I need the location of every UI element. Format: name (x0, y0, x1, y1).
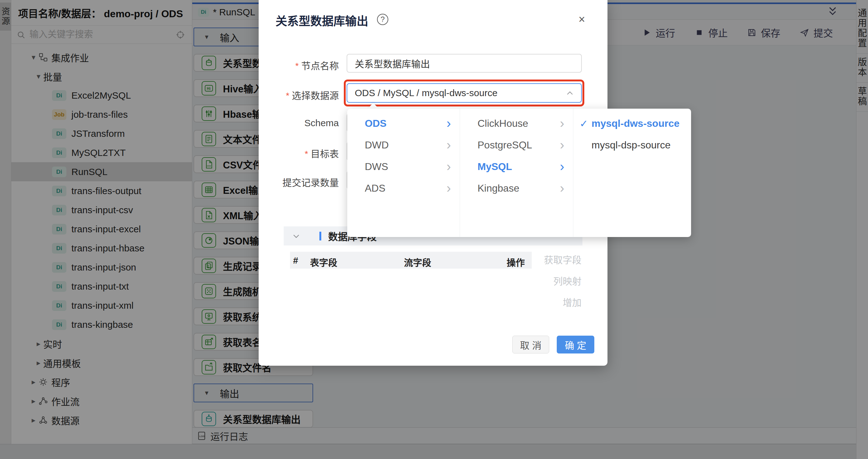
datasource-cascader: ODS › DWD › DWS › ADS › ClickHouse › P (347, 109, 691, 237)
chevron-right-icon: › (446, 159, 451, 174)
cascader-option[interactable]: DWS › (347, 156, 460, 178)
chevron-right-icon: › (446, 116, 451, 131)
chevron-right-icon: › (560, 137, 564, 152)
col-table-field: 表字段 (310, 255, 337, 269)
cascader-option-label: DWS (365, 161, 388, 173)
schema-label: Schema (207, 118, 339, 128)
chevron-right-icon: › (446, 137, 451, 152)
cascader-option-label: mysql-dws-source (591, 118, 680, 129)
close-icon[interactable]: × (575, 12, 589, 26)
cascader-option[interactable]: ClickHouse › (460, 113, 573, 134)
fields-table-header: # 表字段 流字段 操作 (290, 252, 532, 269)
node-name-field[interactable] (347, 54, 582, 73)
col-actions: 操作 (507, 255, 525, 269)
cascader-option[interactable]: DWD › (347, 134, 460, 156)
cascader-option[interactable]: ✓ mysql-dws-source (574, 113, 691, 134)
cascader-option[interactable]: Kingbase › (460, 178, 573, 199)
cascader-option-label: mysql-dsp-source (591, 139, 671, 151)
chevron-right-icon: › (446, 181, 451, 196)
chevron-up-icon (565, 89, 574, 98)
cascader-option[interactable]: PostgreSQL › (460, 134, 573, 156)
target-table-label: * 目标表 (207, 146, 339, 160)
cascader-option[interactable]: ODS › (347, 113, 460, 134)
cascader-option-label: ClickHouse (477, 118, 528, 129)
node-name-label: * 节点名称 (207, 58, 339, 72)
cascader-option[interactable]: mysql-dsp-source (574, 134, 691, 156)
section-accent-bar (319, 232, 321, 241)
chevron-right-icon: › (560, 181, 564, 196)
ok-button[interactable]: 确 定 (557, 336, 594, 354)
required-asterisk: * (295, 61, 299, 71)
cascader-option[interactable]: MySQL › (460, 156, 573, 178)
col-index: # (293, 255, 298, 266)
check-icon: ✓ (580, 118, 588, 130)
field-action-button[interactable]: 列映射 (544, 274, 582, 287)
commit-count-label: 提交记录数量 (207, 175, 339, 189)
datasource-label: * 选择数据源 (207, 88, 339, 102)
datasource-select[interactable]: ODS / MySQL / mysql-dws-source (347, 83, 582, 103)
app-window: 资源 项目名称/数据层： demo-proj / ODS ▾ 集成作业 ▾ 批量 (0, 0, 868, 459)
required-asterisk: * (305, 149, 308, 159)
chevron-right-icon: › (560, 116, 564, 131)
cascader-option-label: MySQL (477, 161, 512, 173)
chevron-right-icon: › (560, 159, 564, 174)
field-action-button[interactable]: 获取字段 (544, 252, 582, 266)
cascader-option[interactable]: ADS › (347, 178, 460, 199)
cascader-option-label: Kingbase (477, 183, 519, 194)
cascader-layer-column: ODS › DWD › DWS › ADS › (347, 109, 460, 237)
datasource-value: ODS / MySQL / mysql-dws-source (355, 88, 498, 98)
node-name-input[interactable] (355, 58, 568, 68)
modal-title: 关系型数据库输出 (276, 12, 368, 29)
cascader-option-label: DWD (365, 139, 389, 151)
cancel-button[interactable]: 取 消 (512, 336, 549, 354)
cascader-option-label: ADS (365, 183, 385, 194)
field-action-button[interactable]: 增加 (544, 295, 582, 309)
cascader-dbtype-column: ClickHouse › PostgreSQL › MySQL › Kingba… (460, 109, 573, 237)
field-actions: 获取字段列映射增加 (544, 252, 582, 316)
col-stream-field: 流字段 (404, 255, 431, 269)
required-asterisk: * (286, 91, 289, 101)
cascader-source-column: ✓ mysql-dws-source mysql-dsp-source (573, 109, 691, 237)
cascader-option-label: ODS (365, 118, 386, 129)
help-icon[interactable]: ? (377, 14, 388, 25)
chevron-down-icon[interactable] (292, 232, 301, 241)
cascader-option-label: PostgreSQL (477, 139, 532, 151)
